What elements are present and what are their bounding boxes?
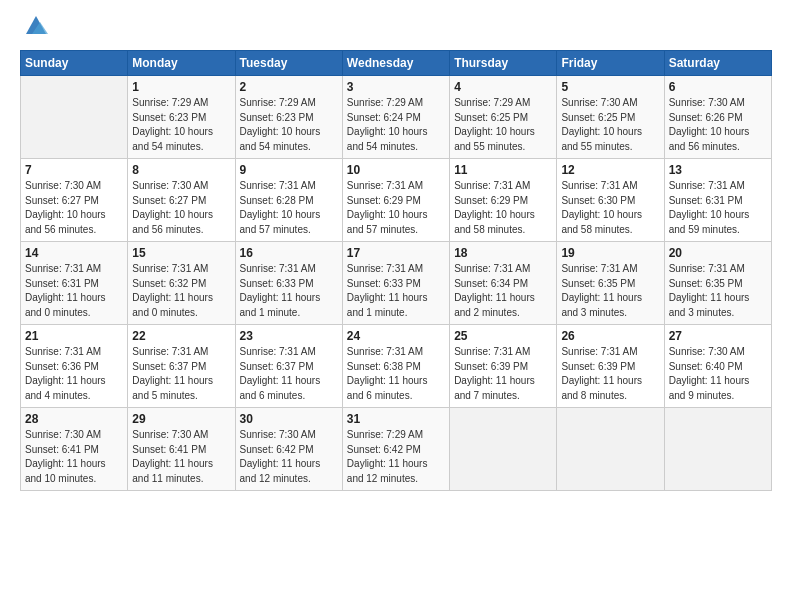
- day-cell: 9Sunrise: 7:31 AM Sunset: 6:28 PM Daylig…: [235, 159, 342, 242]
- day-number: 25: [454, 329, 552, 343]
- day-cell: 30Sunrise: 7:30 AM Sunset: 6:42 PM Dayli…: [235, 408, 342, 491]
- day-cell: 23Sunrise: 7:31 AM Sunset: 6:37 PM Dayli…: [235, 325, 342, 408]
- week-row-5: 28Sunrise: 7:30 AM Sunset: 6:41 PM Dayli…: [21, 408, 772, 491]
- day-info: Sunrise: 7:31 AM Sunset: 6:29 PM Dayligh…: [347, 179, 445, 237]
- day-number: 17: [347, 246, 445, 260]
- day-number: 31: [347, 412, 445, 426]
- day-cell: 28Sunrise: 7:30 AM Sunset: 6:41 PM Dayli…: [21, 408, 128, 491]
- day-cell: 7Sunrise: 7:30 AM Sunset: 6:27 PM Daylig…: [21, 159, 128, 242]
- week-row-2: 7Sunrise: 7:30 AM Sunset: 6:27 PM Daylig…: [21, 159, 772, 242]
- day-cell: 29Sunrise: 7:30 AM Sunset: 6:41 PM Dayli…: [128, 408, 235, 491]
- day-cell: 13Sunrise: 7:31 AM Sunset: 6:31 PM Dayli…: [664, 159, 771, 242]
- day-info: Sunrise: 7:30 AM Sunset: 6:41 PM Dayligh…: [132, 428, 230, 486]
- day-number: 15: [132, 246, 230, 260]
- day-cell: 25Sunrise: 7:31 AM Sunset: 6:39 PM Dayli…: [450, 325, 557, 408]
- week-row-4: 21Sunrise: 7:31 AM Sunset: 6:36 PM Dayli…: [21, 325, 772, 408]
- day-number: 19: [561, 246, 659, 260]
- day-info: Sunrise: 7:29 AM Sunset: 6:42 PM Dayligh…: [347, 428, 445, 486]
- day-cell: 24Sunrise: 7:31 AM Sunset: 6:38 PM Dayli…: [342, 325, 449, 408]
- day-number: 5: [561, 80, 659, 94]
- day-cell: 8Sunrise: 7:30 AM Sunset: 6:27 PM Daylig…: [128, 159, 235, 242]
- day-number: 8: [132, 163, 230, 177]
- day-cell: 5Sunrise: 7:30 AM Sunset: 6:25 PM Daylig…: [557, 76, 664, 159]
- day-cell: 15Sunrise: 7:31 AM Sunset: 6:32 PM Dayli…: [128, 242, 235, 325]
- day-number: 4: [454, 80, 552, 94]
- day-cell: 22Sunrise: 7:31 AM Sunset: 6:37 PM Dayli…: [128, 325, 235, 408]
- header-row: SundayMondayTuesdayWednesdayThursdayFrid…: [21, 51, 772, 76]
- day-number: 10: [347, 163, 445, 177]
- day-info: Sunrise: 7:29 AM Sunset: 6:24 PM Dayligh…: [347, 96, 445, 154]
- col-header-sunday: Sunday: [21, 51, 128, 76]
- day-cell: 31Sunrise: 7:29 AM Sunset: 6:42 PM Dayli…: [342, 408, 449, 491]
- day-number: 26: [561, 329, 659, 343]
- col-header-thursday: Thursday: [450, 51, 557, 76]
- day-info: Sunrise: 7:30 AM Sunset: 6:41 PM Dayligh…: [25, 428, 123, 486]
- day-cell: 20Sunrise: 7:31 AM Sunset: 6:35 PM Dayli…: [664, 242, 771, 325]
- day-info: Sunrise: 7:31 AM Sunset: 6:35 PM Dayligh…: [669, 262, 767, 320]
- day-number: 21: [25, 329, 123, 343]
- day-number: 20: [669, 246, 767, 260]
- day-number: 11: [454, 163, 552, 177]
- day-number: 29: [132, 412, 230, 426]
- day-cell: [21, 76, 128, 159]
- day-info: Sunrise: 7:31 AM Sunset: 6:37 PM Dayligh…: [240, 345, 338, 403]
- day-cell: [664, 408, 771, 491]
- week-row-3: 14Sunrise: 7:31 AM Sunset: 6:31 PM Dayli…: [21, 242, 772, 325]
- day-info: Sunrise: 7:30 AM Sunset: 6:27 PM Dayligh…: [25, 179, 123, 237]
- day-number: 30: [240, 412, 338, 426]
- day-info: Sunrise: 7:31 AM Sunset: 6:31 PM Dayligh…: [25, 262, 123, 320]
- day-number: 22: [132, 329, 230, 343]
- col-header-tuesday: Tuesday: [235, 51, 342, 76]
- day-cell: [450, 408, 557, 491]
- day-cell: [557, 408, 664, 491]
- day-info: Sunrise: 7:31 AM Sunset: 6:32 PM Dayligh…: [132, 262, 230, 320]
- day-number: 27: [669, 329, 767, 343]
- day-number: 9: [240, 163, 338, 177]
- day-cell: 2Sunrise: 7:29 AM Sunset: 6:23 PM Daylig…: [235, 76, 342, 159]
- week-row-1: 1Sunrise: 7:29 AM Sunset: 6:23 PM Daylig…: [21, 76, 772, 159]
- day-number: 12: [561, 163, 659, 177]
- day-cell: 12Sunrise: 7:31 AM Sunset: 6:30 PM Dayli…: [557, 159, 664, 242]
- day-info: Sunrise: 7:31 AM Sunset: 6:37 PM Dayligh…: [132, 345, 230, 403]
- day-info: Sunrise: 7:31 AM Sunset: 6:31 PM Dayligh…: [669, 179, 767, 237]
- day-number: 6: [669, 80, 767, 94]
- day-info: Sunrise: 7:31 AM Sunset: 6:30 PM Dayligh…: [561, 179, 659, 237]
- day-info: Sunrise: 7:30 AM Sunset: 6:27 PM Dayligh…: [132, 179, 230, 237]
- day-info: Sunrise: 7:31 AM Sunset: 6:36 PM Dayligh…: [25, 345, 123, 403]
- day-cell: 27Sunrise: 7:30 AM Sunset: 6:40 PM Dayli…: [664, 325, 771, 408]
- day-number: 13: [669, 163, 767, 177]
- col-header-monday: Monday: [128, 51, 235, 76]
- day-info: Sunrise: 7:30 AM Sunset: 6:42 PM Dayligh…: [240, 428, 338, 486]
- day-number: 23: [240, 329, 338, 343]
- day-number: 24: [347, 329, 445, 343]
- calendar-table: SundayMondayTuesdayWednesdayThursdayFrid…: [20, 50, 772, 491]
- col-header-saturday: Saturday: [664, 51, 771, 76]
- header: [20, 18, 772, 40]
- day-cell: 14Sunrise: 7:31 AM Sunset: 6:31 PM Dayli…: [21, 242, 128, 325]
- day-info: Sunrise: 7:31 AM Sunset: 6:35 PM Dayligh…: [561, 262, 659, 320]
- day-info: Sunrise: 7:30 AM Sunset: 6:25 PM Dayligh…: [561, 96, 659, 154]
- day-cell: 6Sunrise: 7:30 AM Sunset: 6:26 PM Daylig…: [664, 76, 771, 159]
- day-info: Sunrise: 7:30 AM Sunset: 6:26 PM Dayligh…: [669, 96, 767, 154]
- day-number: 2: [240, 80, 338, 94]
- day-cell: 10Sunrise: 7:31 AM Sunset: 6:29 PM Dayli…: [342, 159, 449, 242]
- day-info: Sunrise: 7:29 AM Sunset: 6:25 PM Dayligh…: [454, 96, 552, 154]
- day-number: 7: [25, 163, 123, 177]
- day-number: 1: [132, 80, 230, 94]
- day-number: 28: [25, 412, 123, 426]
- col-header-wednesday: Wednesday: [342, 51, 449, 76]
- day-info: Sunrise: 7:31 AM Sunset: 6:29 PM Dayligh…: [454, 179, 552, 237]
- logo: [20, 18, 50, 40]
- day-info: Sunrise: 7:29 AM Sunset: 6:23 PM Dayligh…: [240, 96, 338, 154]
- logo-icon: [22, 12, 50, 40]
- day-cell: 16Sunrise: 7:31 AM Sunset: 6:33 PM Dayli…: [235, 242, 342, 325]
- day-cell: 18Sunrise: 7:31 AM Sunset: 6:34 PM Dayli…: [450, 242, 557, 325]
- day-cell: 1Sunrise: 7:29 AM Sunset: 6:23 PM Daylig…: [128, 76, 235, 159]
- day-info: Sunrise: 7:31 AM Sunset: 6:39 PM Dayligh…: [561, 345, 659, 403]
- day-number: 18: [454, 246, 552, 260]
- day-number: 16: [240, 246, 338, 260]
- day-number: 3: [347, 80, 445, 94]
- day-cell: 11Sunrise: 7:31 AM Sunset: 6:29 PM Dayli…: [450, 159, 557, 242]
- day-cell: 17Sunrise: 7:31 AM Sunset: 6:33 PM Dayli…: [342, 242, 449, 325]
- day-number: 14: [25, 246, 123, 260]
